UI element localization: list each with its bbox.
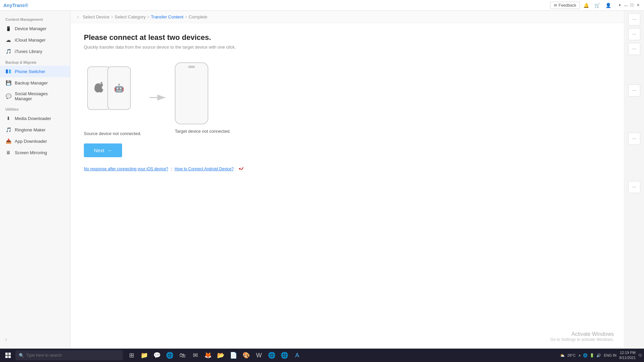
- activate-windows-subtitle: Go to Settings to activate Windows.: [550, 337, 614, 342]
- taskbar-app-whatsapp[interactable]: 💬: [151, 349, 163, 361]
- phone-switcher-icon: [5, 68, 11, 74]
- battery-icon[interactable]: 🔋: [590, 353, 594, 358]
- title-bar-icons: 🔔 🛒 👤: [582, 3, 612, 8]
- close-button[interactable]: ✕: [635, 3, 641, 8]
- ringtone-maker-icon: [5, 127, 11, 133]
- taskbar-system-icons: ∧ 🌐 🔋 🔊: [578, 353, 601, 358]
- taskbar-app-word[interactable]: W: [253, 349, 265, 361]
- ios-help-link[interactable]: No response after connecting your iOS de…: [84, 167, 168, 171]
- app-name: AnyTrans: [3, 3, 25, 8]
- media-downloader-icon: [5, 115, 11, 121]
- taskbar-app-photoshop[interactable]: 🎨: [240, 349, 252, 361]
- sidebar-item-phone-switcher[interactable]: Phone Switcher ➤: [0, 66, 70, 77]
- next-button[interactable]: Next →: [84, 143, 122, 157]
- notification-icon[interactable]: 🔔: [582, 3, 590, 8]
- right-panel-icon-2: ⋯: [632, 32, 636, 37]
- right-panel-icon-5: ⋯: [632, 136, 636, 141]
- collapse-icon: ‹: [5, 337, 7, 342]
- social-messages-icon: [5, 93, 11, 99]
- sidebar-item-app-downloader[interactable]: App Downloader: [0, 135, 70, 147]
- svg-rect-7: [8, 356, 11, 358]
- taskbar-app-task-view[interactable]: ⊞: [125, 349, 138, 361]
- taskbar-app-chrome[interactable]: 🌐: [266, 349, 278, 361]
- taskbar: 🔍 ⊞ 📁 💬 🌐 🛍 ✉ 🦊 📂 📄 🎨 W 🌐 🌐 A ⛅ 28°C ∧ 🌐…: [0, 349, 644, 362]
- sidebar-collapse-button[interactable]: ‹: [0, 334, 70, 345]
- target-device-group: Target device not connected.: [175, 62, 230, 134]
- sidebar-item-media-downloader[interactable]: Media Downloader: [0, 113, 70, 124]
- up-arrow-icon[interactable]: ∧: [578, 353, 581, 358]
- title-bar: AnyTrans® ✉ Feedback 🔔 🛒 👤 ▾ — ☐ ✕: [0, 0, 644, 11]
- sidebar-item-itunes-library[interactable]: iTunes Library: [0, 46, 70, 57]
- sidebar-item-device-manager[interactable]: Device Manager: [0, 23, 70, 34]
- right-panel-icon-1: ⋯: [632, 17, 636, 22]
- next-button-label: Next: [94, 147, 104, 153]
- breadcrumb-complete: Complete: [189, 14, 208, 19]
- activate-windows-title: Activate Windows: [550, 331, 614, 337]
- taskbar-app-files[interactable]: 📂: [215, 349, 227, 361]
- right-panel-btn-1[interactable]: ⋯: [628, 13, 640, 25]
- right-panel-icon-4: ⋯: [632, 88, 636, 93]
- app-logo: AnyTrans®: [3, 3, 28, 8]
- svg-rect-5: [8, 353, 11, 355]
- sidebar-item-backup-manager[interactable]: Backup Manager: [0, 77, 70, 88]
- help-separator: |: [171, 167, 172, 171]
- devices-container: 🤖 Source device not connected.: [84, 60, 610, 137]
- taskbar-app-anytrans[interactable]: A: [291, 349, 303, 361]
- utilities-label: Utilities: [0, 104, 70, 113]
- target-device-label: Target device not connected.: [175, 128, 230, 134]
- itunes-library-icon: [5, 48, 11, 54]
- right-panel-btn-5[interactable]: ⋯: [628, 133, 640, 145]
- taskbar-app-firefox[interactable]: 🦊: [202, 349, 214, 361]
- start-button[interactable]: [2, 349, 14, 361]
- icloud-manager-icon: [5, 37, 11, 43]
- taskbar-app-acrobat[interactable]: 📄: [227, 349, 239, 361]
- taskbar-search-bar[interactable]: 🔍: [15, 350, 123, 360]
- breadcrumb-back-button[interactable]: ‹: [77, 14, 79, 19]
- right-panel-btn-6[interactable]: ⋯: [628, 181, 640, 193]
- temperature-label: 28°C: [568, 353, 576, 357]
- right-panel-btn-4[interactable]: ⋯: [628, 84, 640, 97]
- ringtone-maker-label: Ringtone Maker: [15, 127, 46, 132]
- cart-icon[interactable]: 🛒: [593, 3, 601, 8]
- taskbar-apps: ⊞ 📁 💬 🌐 🛍 ✉ 🦊 📂 📄 🎨 W 🌐 🌐 A: [125, 349, 303, 361]
- source-device-label: Source device not connected.: [84, 131, 141, 137]
- window-controls: ▾ — ☐ ✕: [617, 3, 641, 8]
- android-help-link[interactable]: How to Connect Android Device?: [175, 167, 234, 171]
- sidebar: Content Management Device Manager iCloud…: [0, 11, 70, 349]
- notification-center-icon[interactable]: 🗨: [638, 353, 642, 357]
- taskbar-app-mail[interactable]: ✉: [189, 349, 201, 361]
- device-manager-icon: [5, 25, 11, 32]
- sidebar-item-screen-mirroring[interactable]: Screen Mirroring: [0, 147, 70, 158]
- help-links: No response after connecting your iOS de…: [84, 165, 610, 173]
- user-icon[interactable]: 👤: [604, 3, 612, 8]
- taskbar-clock: 12:19 PM 9/11/2021: [619, 350, 636, 361]
- content-area: Please connect at least two devices. Qui…: [70, 23, 624, 349]
- svg-rect-0: [6, 69, 8, 73]
- minimize-button[interactable]: —: [623, 3, 629, 8]
- sidebar-item-icloud-manager[interactable]: iCloud Manager: [0, 34, 70, 46]
- icloud-manager-label: iCloud Manager: [15, 38, 46, 43]
- target-phone: [175, 62, 208, 124]
- taskbar-app-edge[interactable]: 🌐: [164, 349, 176, 361]
- taskbar-app-store[interactable]: 🛍: [176, 349, 189, 361]
- network-icon[interactable]: 🌐: [583, 353, 588, 358]
- right-panel-btn-2[interactable]: ⋯: [628, 28, 640, 40]
- maximize-button[interactable]: ☐: [629, 3, 635, 8]
- android-icon: 🤖: [114, 83, 124, 93]
- main-content: ‹ Select Device > Select Category > Tran…: [70, 11, 624, 349]
- title-bar-left: AnyTrans®: [3, 3, 28, 8]
- taskbar-app-chrome2[interactable]: 🌐: [278, 349, 290, 361]
- screen-mirroring-label: Screen Mirroring: [15, 150, 47, 155]
- breadcrumb-select-device: Select Device: [83, 14, 109, 19]
- sidebar-item-ringtone-maker[interactable]: Ringtone Maker: [0, 124, 70, 135]
- feedback-button[interactable]: ✉ Feedback: [550, 2, 580, 9]
- right-panel-btn-3[interactable]: ⋯: [628, 43, 640, 55]
- svg-rect-6: [5, 356, 8, 358]
- taskbar-search-input[interactable]: [26, 353, 119, 358]
- volume-icon[interactable]: 🔊: [596, 353, 601, 358]
- taskbar-app-explorer[interactable]: 📁: [138, 349, 150, 361]
- backup-manager-icon: [5, 80, 11, 86]
- sidebar-item-social-messages[interactable]: Social Messages Manager: [0, 88, 70, 104]
- minimize-chevron-button[interactable]: ▾: [617, 3, 623, 8]
- backup-manager-label: Backup Manager: [15, 80, 48, 85]
